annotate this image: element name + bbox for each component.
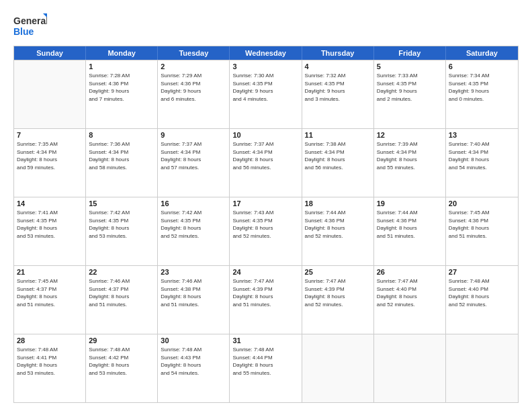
cell-info: Sunrise: 7:45 AM Sunset: 4:37 PM Dayligh…	[17, 277, 83, 308]
day-number: 1	[89, 62, 154, 71]
calendar-row: 14Sunrise: 7:41 AM Sunset: 4:35 PM Dayli…	[14, 197, 518, 265]
day-number: 25	[305, 268, 371, 276]
calendar-cell: 11Sunrise: 7:38 AM Sunset: 4:34 PM Dayli…	[302, 129, 374, 197]
calendar-cell: 14Sunrise: 7:41 AM Sunset: 4:35 PM Dayli…	[14, 197, 86, 265]
cell-info: Sunrise: 7:48 AM Sunset: 4:42 PM Dayligh…	[89, 346, 154, 377]
day-number: 29	[89, 336, 154, 345]
cell-info: Sunrise: 7:48 AM Sunset: 4:41 PM Dayligh…	[17, 346, 83, 377]
day-number: 27	[449, 268, 515, 276]
day-number: 19	[377, 199, 443, 208]
cell-info: Sunrise: 7:47 AM Sunset: 4:39 PM Dayligh…	[305, 277, 371, 308]
calendar-cell: 15Sunrise: 7:42 AM Sunset: 4:35 PM Dayli…	[86, 197, 158, 265]
day-number: 28	[17, 336, 83, 345]
calendar-cell: 22Sunrise: 7:46 AM Sunset: 4:37 PM Dayli…	[86, 266, 158, 334]
day-number: 13	[449, 131, 515, 139]
calendar-cell: 2Sunrise: 7:29 AM Sunset: 4:36 PM Daylig…	[158, 60, 230, 128]
day-number: 9	[161, 131, 226, 139]
calendar-cell	[14, 60, 86, 128]
cell-info: Sunrise: 7:30 AM Sunset: 4:35 PM Dayligh…	[232, 72, 298, 103]
calendar-row: 1Sunrise: 7:28 AM Sunset: 4:36 PM Daylig…	[14, 60, 518, 128]
calendar-cell: 9Sunrise: 7:37 AM Sunset: 4:34 PM Daylig…	[158, 129, 230, 197]
calendar-row: 21Sunrise: 7:45 AM Sunset: 4:37 PM Dayli…	[14, 265, 518, 334]
calendar-cell	[374, 334, 446, 402]
cell-info: Sunrise: 7:42 AM Sunset: 4:35 PM Dayligh…	[89, 209, 154, 240]
cell-info: Sunrise: 7:46 AM Sunset: 4:38 PM Dayligh…	[161, 277, 226, 308]
svg-text:Blue: Blue	[13, 26, 34, 37]
weekday-header: Saturday	[446, 46, 518, 60]
cell-info: Sunrise: 7:38 AM Sunset: 4:34 PM Dayligh…	[305, 140, 371, 171]
calendar-cell: 24Sunrise: 7:47 AM Sunset: 4:39 PM Dayli…	[230, 266, 302, 334]
cell-info: Sunrise: 7:48 AM Sunset: 4:43 PM Dayligh…	[161, 346, 226, 377]
cell-info: Sunrise: 7:44 AM Sunset: 4:36 PM Dayligh…	[377, 209, 443, 240]
cell-info: Sunrise: 7:37 AM Sunset: 4:34 PM Dayligh…	[161, 140, 226, 171]
day-number: 3	[232, 62, 298, 71]
day-number: 22	[89, 268, 154, 276]
calendar: SundayMondayTuesdayWednesdayThursdayFrid…	[13, 46, 519, 403]
day-number: 4	[305, 62, 371, 71]
weekday-header: Monday	[86, 46, 158, 60]
page: General Blue SundayMondayTuesdayWednesda…	[0, 0, 532, 411]
cell-info: Sunrise: 7:48 AM Sunset: 4:44 PM Dayligh…	[232, 346, 298, 377]
day-number: 10	[232, 131, 298, 139]
cell-info: Sunrise: 7:43 AM Sunset: 4:35 PM Dayligh…	[232, 209, 298, 240]
calendar-cell: 8Sunrise: 7:36 AM Sunset: 4:34 PM Daylig…	[86, 129, 158, 197]
calendar-header: SundayMondayTuesdayWednesdayThursdayFrid…	[14, 46, 518, 60]
day-number: 14	[17, 199, 83, 208]
cell-info: Sunrise: 7:39 AM Sunset: 4:34 PM Dayligh…	[377, 140, 443, 171]
day-number: 26	[377, 268, 443, 276]
cell-info: Sunrise: 7:47 AM Sunset: 4:40 PM Dayligh…	[377, 277, 443, 308]
day-number: 12	[377, 131, 443, 139]
cell-info: Sunrise: 7:35 AM Sunset: 4:34 PM Dayligh…	[17, 140, 83, 171]
day-number: 20	[449, 199, 515, 208]
cell-info: Sunrise: 7:36 AM Sunset: 4:34 PM Dayligh…	[89, 140, 154, 171]
weekday-header: Tuesday	[158, 46, 230, 60]
weekday-header: Wednesday	[230, 46, 302, 60]
cell-info: Sunrise: 7:46 AM Sunset: 4:37 PM Dayligh…	[89, 277, 154, 308]
calendar-cell: 26Sunrise: 7:47 AM Sunset: 4:40 PM Dayli…	[374, 266, 446, 334]
cell-info: Sunrise: 7:32 AM Sunset: 4:35 PM Dayligh…	[305, 72, 371, 103]
day-number: 17	[232, 199, 298, 208]
cell-info: Sunrise: 7:48 AM Sunset: 4:40 PM Dayligh…	[449, 277, 515, 308]
weekday-header: Sunday	[14, 46, 86, 60]
day-number: 8	[89, 131, 154, 139]
cell-info: Sunrise: 7:41 AM Sunset: 4:35 PM Dayligh…	[17, 209, 83, 240]
day-number: 31	[232, 336, 298, 345]
day-number: 24	[232, 268, 298, 276]
weekday-header: Friday	[374, 46, 446, 60]
logo-container: General Blue	[13, 12, 47, 40]
calendar-cell: 16Sunrise: 7:42 AM Sunset: 4:35 PM Dayli…	[158, 197, 230, 265]
calendar-cell: 13Sunrise: 7:40 AM Sunset: 4:34 PM Dayli…	[446, 129, 518, 197]
day-number: 30	[161, 336, 226, 345]
calendar-body: 1Sunrise: 7:28 AM Sunset: 4:36 PM Daylig…	[14, 60, 518, 402]
header: General Blue	[13, 12, 519, 40]
calendar-row: 7Sunrise: 7:35 AM Sunset: 4:34 PM Daylig…	[14, 128, 518, 197]
cell-info: Sunrise: 7:29 AM Sunset: 4:36 PM Dayligh…	[161, 72, 226, 103]
calendar-cell: 30Sunrise: 7:48 AM Sunset: 4:43 PM Dayli…	[158, 334, 230, 402]
day-number: 2	[161, 62, 226, 71]
day-number: 21	[17, 268, 83, 276]
cell-info: Sunrise: 7:44 AM Sunset: 4:36 PM Dayligh…	[305, 209, 371, 240]
calendar-cell: 18Sunrise: 7:44 AM Sunset: 4:36 PM Dayli…	[302, 197, 374, 265]
calendar-cell: 23Sunrise: 7:46 AM Sunset: 4:38 PM Dayli…	[158, 266, 230, 334]
cell-info: Sunrise: 7:37 AM Sunset: 4:34 PM Dayligh…	[232, 140, 298, 171]
day-number: 23	[161, 268, 226, 276]
calendar-cell: 12Sunrise: 7:39 AM Sunset: 4:34 PM Dayli…	[374, 129, 446, 197]
calendar-cell	[302, 334, 374, 402]
calendar-cell: 28Sunrise: 7:48 AM Sunset: 4:41 PM Dayli…	[14, 334, 86, 402]
calendar-cell: 31Sunrise: 7:48 AM Sunset: 4:44 PM Dayli…	[230, 334, 302, 402]
cell-info: Sunrise: 7:34 AM Sunset: 4:35 PM Dayligh…	[449, 72, 515, 103]
day-number: 16	[161, 199, 226, 208]
calendar-cell: 3Sunrise: 7:30 AM Sunset: 4:35 PM Daylig…	[230, 60, 302, 128]
calendar-cell: 7Sunrise: 7:35 AM Sunset: 4:34 PM Daylig…	[14, 129, 86, 197]
svg-text:General: General	[13, 15, 47, 26]
cell-info: Sunrise: 7:42 AM Sunset: 4:35 PM Dayligh…	[161, 209, 226, 240]
cell-info: Sunrise: 7:28 AM Sunset: 4:36 PM Dayligh…	[89, 72, 154, 103]
cell-info: Sunrise: 7:40 AM Sunset: 4:34 PM Dayligh…	[449, 140, 515, 171]
logo-svg: General Blue	[13, 12, 47, 40]
calendar-row: 28Sunrise: 7:48 AM Sunset: 4:41 PM Dayli…	[14, 334, 518, 402]
calendar-cell: 29Sunrise: 7:48 AM Sunset: 4:42 PM Dayli…	[86, 334, 158, 402]
day-number: 6	[449, 62, 515, 71]
cell-info: Sunrise: 7:47 AM Sunset: 4:39 PM Dayligh…	[232, 277, 298, 308]
day-number: 18	[305, 199, 371, 208]
day-number: 15	[89, 199, 154, 208]
